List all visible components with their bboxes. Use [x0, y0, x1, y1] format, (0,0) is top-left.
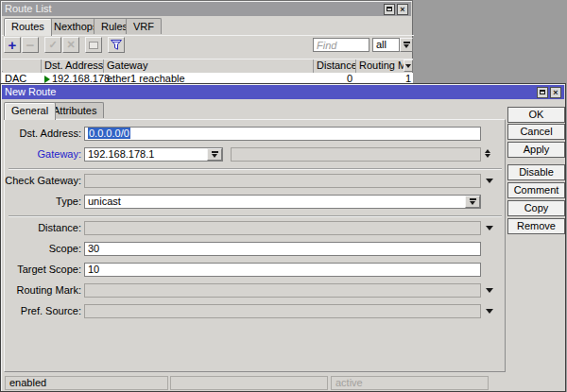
find-input[interactable]: [313, 38, 369, 52]
pref-source-dropdown-icon[interactable]: [486, 309, 493, 314]
target-scope-label: Target Scope:: [1, 263, 81, 277]
column-dst-address[interactable]: Dst. Address ∕: [42, 60, 104, 73]
comment-icon: [89, 42, 98, 49]
scope-label: Scope:: [1, 242, 81, 256]
remove-button[interactable]: Remove: [507, 218, 565, 234]
route-list-window: Route List × Routes Nexthops Rules VRF +…: [0, 0, 413, 85]
maximize-button[interactable]: [384, 4, 395, 15]
status-active: active: [331, 376, 489, 390]
gateway-input[interactable]: 192.168.178.1: [84, 147, 223, 162]
gateway-status-field: [231, 147, 481, 162]
routing-mark-select[interactable]: [84, 283, 481, 298]
dropdown-bar-icon: [470, 198, 476, 200]
tabbar-divider: [1, 35, 414, 36]
apply-button[interactable]: Apply: [507, 142, 565, 158]
close-icon: ×: [553, 88, 558, 97]
chevron-up-icon: [485, 149, 490, 153]
routing-mark-dropdown-icon[interactable]: [486, 288, 493, 293]
chevron-down-icon: [404, 44, 409, 48]
dropdown-bar-icon: [212, 151, 218, 153]
column-gateway[interactable]: Gateway: [104, 60, 314, 73]
check-gateway-select[interactable]: [84, 174, 481, 188]
distance-label: Distance:: [1, 221, 81, 235]
pref-source-select[interactable]: [84, 304, 481, 318]
close-button[interactable]: ×: [397, 4, 408, 15]
new-route-dialog: New Route × General Attributes Dst. Addr…: [0, 83, 566, 392]
route-list-toolbar: + − ✓ ✕ all: [1, 37, 414, 56]
distance-dropdown-icon[interactable]: [486, 226, 493, 230]
check-icon: ✓: [48, 39, 57, 51]
pref-source-label: Pref. Source:: [1, 304, 81, 318]
new-route-title: New Route: [5, 85, 535, 99]
chevron-down-icon: [405, 64, 411, 68]
comment-button[interactable]: Comment: [507, 182, 565, 198]
target-scope-input[interactable]: 10: [84, 263, 481, 277]
maximize-button[interactable]: [537, 87, 548, 98]
type-select[interactable]: unicast: [84, 195, 481, 209]
column-selector-button[interactable]: [404, 60, 413, 72]
enable-route-button[interactable]: ✓: [44, 37, 61, 53]
scope-input[interactable]: 30: [84, 242, 481, 256]
distance-select[interactable]: [84, 221, 481, 235]
maximize-icon: [387, 7, 392, 11]
filter-scope-select[interactable]: all: [372, 38, 400, 52]
routing-mark-label: Routing Mark:: [1, 283, 81, 298]
copy-button[interactable]: Copy: [507, 200, 565, 216]
plus-icon: +: [9, 39, 17, 51]
route-list-titlebar[interactable]: Route List ×: [2, 2, 411, 16]
dst-address-label: Dst. Address:: [1, 127, 81, 141]
column-flags[interactable]: [3, 60, 42, 73]
disable-route-button[interactable]: ✕: [62, 37, 79, 53]
status-enabled: enabled: [5, 376, 168, 390]
gateway-dropdown-button[interactable]: [207, 148, 222, 161]
filter-button[interactable]: [108, 37, 125, 53]
dropdown-bar-icon: [404, 42, 410, 43]
route-list-title: Route List: [5, 2, 382, 16]
maximize-icon: [540, 90, 545, 94]
tab-vrf[interactable]: VRF: [126, 18, 162, 34]
section-divider: [9, 215, 502, 217]
new-route-titlebar[interactable]: New Route ×: [2, 85, 564, 99]
remove-route-button[interactable]: −: [22, 37, 39, 53]
tab-routes[interactable]: Routes: [4, 18, 52, 36]
close-button[interactable]: ×: [550, 87, 561, 98]
column-routing-mark[interactable]: Routing M...: [356, 60, 404, 73]
type-label: Type:: [1, 195, 81, 209]
minus-icon: −: [26, 39, 35, 51]
gateway-add-remove-control[interactable]: [485, 149, 490, 158]
comment-button[interactable]: [85, 37, 102, 53]
disable-button[interactable]: Disable: [507, 164, 565, 180]
gateway-label[interactable]: Gateway:: [1, 147, 81, 162]
cancel-button[interactable]: Cancel: [507, 124, 565, 140]
close-icon: ×: [400, 5, 404, 14]
type-dropdown-button[interactable]: [465, 196, 480, 208]
check-gateway-dropdown-icon[interactable]: [486, 179, 493, 183]
tab-general[interactable]: General: [4, 102, 56, 120]
active-route-flag-icon: [44, 76, 50, 83]
column-distance[interactable]: Distance: [314, 60, 356, 73]
chevron-down-icon: [470, 201, 475, 205]
chevron-down-icon: [485, 154, 490, 158]
filter-scope-dropdown-button[interactable]: [400, 38, 413, 52]
check-gateway-label: Check Gateway:: [1, 174, 81, 188]
route-table-header: Dst. Address ∕ Gateway Distance Routing …: [2, 59, 413, 72]
cross-icon: ✕: [66, 39, 75, 51]
route-list-tabbar: Routes Nexthops Rules VRF: [1, 18, 414, 36]
add-route-button[interactable]: +: [4, 37, 21, 53]
chevron-down-icon: [212, 154, 217, 158]
funnel-icon: [111, 40, 122, 50]
dialog-tabbar: General Attributes: [1, 102, 502, 120]
section-divider: [9, 168, 502, 170]
status-middle: [170, 376, 328, 390]
ok-button[interactable]: OK: [507, 107, 565, 123]
dst-address-input[interactable]: 0.0.0.0/0: [84, 127, 481, 141]
selected-text: 0.0.0.0/0: [88, 128, 130, 139]
